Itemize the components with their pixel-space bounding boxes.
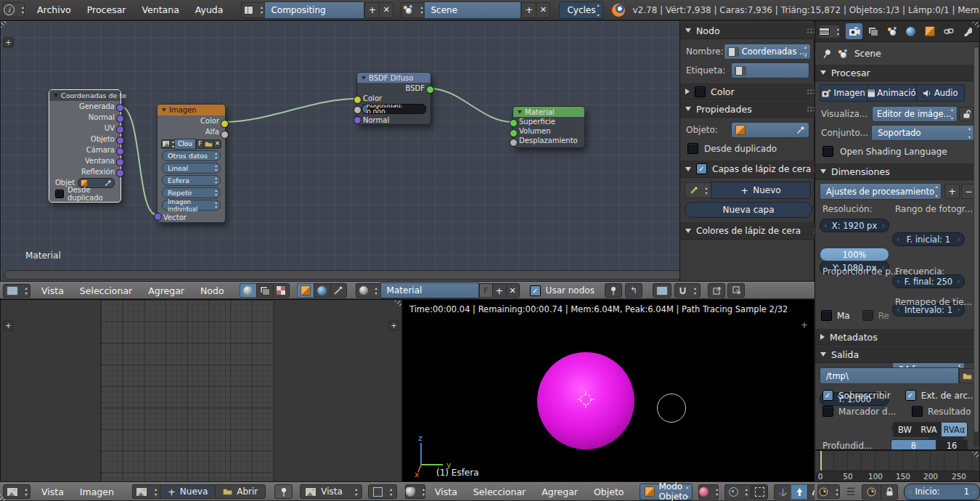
menu-ayuda[interactable]: Ayuda: [187, 4, 232, 15]
socket-volumen-in[interactable]: [510, 129, 518, 137]
collapse-triangle-icon[interactable]: [362, 76, 366, 80]
region-expand-button[interactable]: +: [3, 320, 14, 331]
from-duplicate-checkbox[interactable]: [55, 190, 64, 198]
add-scene-button[interactable]: +: [521, 2, 536, 18]
socket-roughness-in[interactable]: [354, 106, 362, 114]
pivot-point-dropdown[interactable]: [724, 484, 751, 500]
empty-object-circle[interactable]: [657, 394, 686, 423]
screen-layout-browse-button[interactable]: [241, 2, 264, 18]
object-context-toggle[interactable]: [297, 283, 314, 298]
socket-desplazamiento-in[interactable]: [510, 139, 518, 147]
editor-type-button[interactable]: [818, 25, 840, 38]
border-checkbox[interactable]: [821, 310, 832, 321]
add-layout-button[interactable]: +: [364, 2, 379, 18]
info-editor-type-button[interactable]: i: [3, 2, 25, 17]
timeline-ruler[interactable]: 0 50 100 150 200 250: [814, 450, 980, 482]
object-field[interactable]: [731, 122, 809, 138]
paste-nodes-button[interactable]: [727, 283, 745, 298]
texture-nodes-toggle[interactable]: [273, 283, 290, 298]
copy-nodes-button[interactable]: [708, 283, 725, 298]
eyedropper-icon[interactable]: [796, 126, 805, 134]
socket-generada[interactable]: [116, 104, 124, 112]
tab-object[interactable]: [921, 23, 938, 39]
featureset-dropdown[interactable]: Soportado: [871, 125, 975, 141]
source-dropdown[interactable]: Imagen individual: [162, 200, 221, 211]
socket-bsdf-out[interactable]: [426, 86, 434, 94]
cache-result-checkbox[interactable]: [912, 406, 923, 417]
render-presets-dropdown[interactable]: Ajustes de procesamiento: [820, 183, 942, 200]
unlink-material-button[interactable]: ✕: [506, 283, 520, 298]
editor-type-button[interactable]: [405, 484, 425, 499]
menu-ventana[interactable]: Ventana: [134, 4, 187, 15]
menu-procesar[interactable]: Procesar: [79, 4, 134, 15]
browse-path-button[interactable]: [959, 368, 975, 383]
region-expand-button[interactable]: +: [388, 320, 399, 331]
panel-header-propiedades[interactable]: Propiedades: [680, 101, 824, 118]
output-path-field[interactable]: /tmp\: [820, 367, 959, 384]
grease-pencil-new-button[interactable]: + Nuevo: [711, 182, 811, 199]
editor-type-button[interactable]: [3, 284, 30, 298]
go-parent-node-tree-button[interactable]: ↰: [625, 283, 642, 298]
panel-header-grease-pencil[interactable]: ✓ Capas de lápiz de cera: [680, 160, 824, 178]
render-audio-button[interactable]: Audio: [917, 84, 965, 102]
compositing-nodes-toggle[interactable]: [256, 283, 273, 298]
menu-vista[interactable]: Vista: [33, 285, 72, 296]
linestyle-context-toggle[interactable]: [330, 283, 347, 298]
tab-scene[interactable]: [883, 23, 900, 39]
socket-reflexion[interactable]: [116, 169, 124, 177]
placeholders-checkbox[interactable]: [822, 406, 833, 417]
socket-color-out[interactable]: [221, 120, 229, 128]
menu-vista[interactable]: Vista: [33, 486, 72, 497]
panel-header-dimensiones[interactable]: Dimensiones: [815, 163, 980, 180]
grease-pencil-browse-button[interactable]: [685, 182, 711, 198]
render-animation-button[interactable]: Animació: [867, 84, 917, 102]
image-name-field[interactable]: Clou: [174, 139, 196, 150]
open-image-button[interactable]: Abrir: [215, 484, 266, 499]
menu-nodo[interactable]: Nodo: [192, 285, 232, 296]
tab-constraints[interactable]: [940, 23, 957, 39]
resolution-percentage-slider[interactable]: 100%: [820, 248, 889, 261]
menu-agregar[interactable]: Agregar: [534, 486, 586, 497]
panel-header-procesar[interactable]: Procesar: [815, 65, 980, 81]
panel-header-metadatos[interactable]: Metadatos: [815, 329, 980, 346]
color-space-dropdown[interactable]: Otros datos: [162, 150, 221, 161]
node-header[interactable]: Imagen: [158, 105, 225, 115]
region-expand-button[interactable]: +: [3, 37, 14, 48]
world-context-toggle[interactable]: [314, 283, 330, 298]
collapse-triangle-icon[interactable]: [54, 94, 58, 97]
grease-pencil-checkbox[interactable]: ✓: [696, 163, 707, 174]
image-browse-button[interactable]: [161, 139, 174, 149]
resolution-x-field[interactable]: X: 1920 px: [820, 219, 889, 232]
crop-checkbox[interactable]: [862, 310, 873, 321]
translate-manipulator-toggle[interactable]: [791, 484, 807, 500]
material-name-field[interactable]: Material: [380, 282, 479, 298]
frame-start-field[interactable]: F. inicial: 1: [892, 232, 965, 246]
editor-type-button[interactable]: [817, 484, 840, 499]
menu-seleccionar[interactable]: Seleccionar: [465, 486, 534, 497]
rgba-button[interactable]: RVAα: [941, 422, 968, 437]
depth-16-button[interactable]: 16: [936, 439, 968, 450]
socket-color-in[interactable]: [354, 96, 362, 104]
tab-render[interactable]: [846, 23, 862, 39]
scene-browse-button[interactable]: [401, 2, 424, 18]
extension-dropdown[interactable]: Repetir: [162, 187, 221, 198]
node-name-field[interactable]: Coordenadas ...: [724, 44, 811, 60]
mode-dropdown[interactable]: Modo Objeto: [640, 484, 693, 500]
panel-header-nodo[interactable]: Nodo: [680, 23, 824, 39]
socket-alfa-out[interactable]: [221, 131, 229, 139]
new-layer-button[interactable]: Nueva capa: [685, 202, 812, 218]
node-diffuse-bsdf[interactable]: BSDF Difuso BSDF Color Rugosidad: 0.000 …: [356, 72, 431, 125]
node-header[interactable]: Coordenadas de te: [49, 90, 121, 101]
screen-layout-name-field[interactable]: Compositing: [264, 1, 364, 19]
pin-button[interactable]: [605, 283, 622, 298]
color-enable-checkbox[interactable]: [695, 86, 706, 97]
manipulator-toggle[interactable]: [774, 484, 791, 500]
socket-normal[interactable]: [116, 115, 124, 123]
image-editor-canvas[interactable]: + +: [0, 299, 402, 482]
interpolation-dropdown[interactable]: Lineal: [162, 163, 221, 174]
new-image-button[interactable]: +Nueva: [160, 484, 215, 499]
panel-header-salida[interactable]: Salida: [815, 346, 980, 363]
socket-ventana[interactable]: [116, 158, 124, 166]
menu-vista[interactable]: Vista: [427, 486, 465, 497]
use-preview-range-button[interactable]: [862, 484, 881, 500]
